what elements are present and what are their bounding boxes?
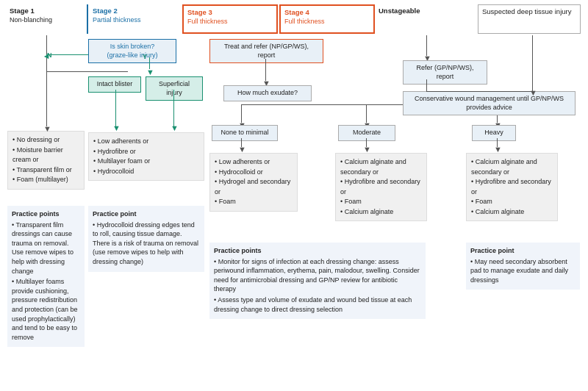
hvy-item3: Foam [471,197,553,207]
nm-item3: Hydrogel and secondary or [215,177,293,197]
s2-pp1: Hydrocolloid dressing edges tend to roll… [93,220,200,267]
stage2-treatment-list: Low adherents or Hydrofibre or Multilaye… [88,132,204,181]
nm-item4: Foam [215,197,293,207]
s34-pp1: Monitor for signs of infection at each d… [214,257,421,294]
s1-practice-list: Transparent film dressings can cause tra… [12,220,80,342]
stage3-sublabel: Full thickness [187,18,228,25]
hvy-practice-list: May need secondary absorbent pad to mana… [470,257,576,285]
heavy-text: Heavy [472,125,516,141]
mod-item2: Hydrofibre and secondary or [340,177,422,197]
heavy-practice-box: Practice point May need secondary absorb… [466,243,580,290]
exudate-box: How much exudate? [223,85,312,101]
s1-pp1: Transparent film dressings can cause tra… [12,220,80,276]
none-treatment-list: Low adherents or Hydrocolloid or Hydroge… [209,153,298,212]
stage2-practice: Practice point Hydrocolloid dressing edg… [88,206,204,272]
stage1-sublabel: Non-blanching [10,16,52,24]
nm-item1: Low adherents or [215,157,293,168]
s2-item1: Low adherents or [93,137,199,147]
s34-practice-title: Practice points [214,246,421,256]
main-container: Stage 1 Non-blanching Stage 2 Partial th… [0,0,588,391]
s2-item2: Hydrofibre or [93,147,199,157]
n-line [46,54,88,55]
blister-down-line [115,90,116,126]
s34-pp2: Assess type and volume of exudate and wo… [214,295,421,314]
moderate-label: Moderate [338,125,395,141]
heavy-treatment-box: Calcium alginate and secondary or Hydrof… [466,153,558,221]
suspected-header: Suspected deep tissue injury [478,4,581,34]
stage4-sublabel: Full thickness [284,18,325,25]
skin-broken-box: Is skin broken?(graze-like injury) [88,39,176,63]
stage4-header: Stage 4 Full thickness [279,4,375,34]
unstage-down-line1 [426,35,427,56]
s1-item1: No dressing or [12,135,79,146]
stage1-header: Stage 1 Non-blanching [6,4,87,34]
conservative-text: Conservative wound management until GP/N… [403,91,576,115]
s2-item4: Hydrocolloid [93,167,199,177]
refer-unstage-box: Refer (GP/NP/WS), report [403,60,487,85]
stage2-practice-box: Practice point Hydrocolloid dressing edg… [88,206,204,272]
superficial-injury-text: Superficial injury [146,76,203,101]
hvy-item4: Calcium alginate [471,207,553,218]
none-minimal-label: None to minimal [212,125,278,141]
stage4-label: Stage 4 [284,8,309,16]
hvy-item1: Calcium alginate and secondary or [471,157,553,177]
stage1-treatment-box: No dressing or Moisture barrier cream or… [7,131,85,190]
s1-item2: Moisture barrier cream or [12,146,79,165]
mod-item3: Foam [340,197,422,207]
stage2-header: Stage 2 Partial thickness [87,4,182,34]
s1-to-s2-line [47,71,128,72]
unstage-down-line2 [426,79,427,91]
stage1-practice: Practice points Transparent film dressin… [7,206,85,347]
stage34-practice: Practice points Monitor for signs of inf… [209,243,426,319]
suspected-label: Suspected deep tissue injury [482,7,571,15]
moderate-text: Moderate [338,125,395,141]
s1-item4: Foam (multilayer) [12,175,79,185]
superficial-down-line [173,90,174,126]
hvy-item2: Hydrofibre and secondary or [471,177,553,197]
suspected-arrow: ▼ [529,88,537,97]
stage2-label: Stage 2 [93,7,118,15]
skin-broken-text: Is skin broken?(graze-like injury) [88,39,176,63]
diagram: No dressing or Moisture barrier cream or… [6,35,582,391]
s1-pp2: Multilayer foams provide cushioning, pre… [12,277,80,342]
s1-down-line [46,71,47,126]
heavy-practice: Practice point May need secondary absorb… [466,243,580,290]
conservative-box: Conservative wound management until GP/N… [403,91,576,115]
unstageable-label: Unstageable [379,7,420,15]
none-minimal-text: None to minimal [212,125,278,141]
stage3-label: Stage 3 [187,8,212,16]
stage2-sublabel: Partial thickness [93,16,141,24]
none-treatment-box: Low adherents or Hydrocolloid or Hydroge… [209,153,298,212]
mod-item1: Calcium alginate and secondary or [340,157,422,177]
s1-arrow-head: ▼ [43,124,51,133]
unstageable-header: Unstageable [375,4,478,34]
superficial-injury-box: Superficial injury [146,76,203,101]
stage2-treatment-box: Low adherents or Hydrofibre or Multilaye… [88,132,204,181]
s34-practice-list: Monitor for signs of infection at each d… [214,257,421,315]
h-line-to-conservative [426,91,533,92]
heavy-label: Heavy [472,125,516,141]
refer-unstage-text: Refer (GP/NP/WS), report [403,60,487,85]
intact-blister-text: Intact blister [88,76,141,93]
stage34-practice-box: Practice points Monitor for signs of inf… [209,243,426,319]
moderate-treatment-box: Calcium alginate and secondary or Hydrof… [335,153,427,221]
s2-practice-list: Hydrocolloid dressing edges tend to roll… [93,220,200,267]
heavy-treatment-list: Calcium alginate and secondary or Hydrof… [466,153,558,221]
mod-item4: Calcium alginate [340,207,422,218]
stage1-treatment-list: No dressing or Moisture barrier cream or… [7,131,85,190]
s2-item3: Multilayer foam or [93,157,199,167]
hvy-pp1: May need secondary absorbent pad to mana… [470,257,576,285]
n-arrow-head: ▼ [43,53,51,61]
intact-blister-box: Intact blister [88,76,141,93]
s1-item3: Transparent film or [12,165,79,176]
stage1-practice-box: Practice points Transparent film dressin… [7,206,85,347]
s1-practice-title: Practice points [12,209,80,219]
s34-down-line1 [265,59,266,81]
blister-arrow-head: ▼ [112,123,121,132]
hvy-practice-title: Practice point [470,246,576,256]
y-arrow-head: ▼ [146,68,154,76]
stage3-header: Stage 3 Full thickness [182,4,278,34]
nm-item2: Hydrocolloid or [215,168,293,178]
superficial-arrow-head: ▼ [171,123,179,132]
moderate-treatment-list: Calcium alginate and secondary or Hydrof… [335,153,427,221]
